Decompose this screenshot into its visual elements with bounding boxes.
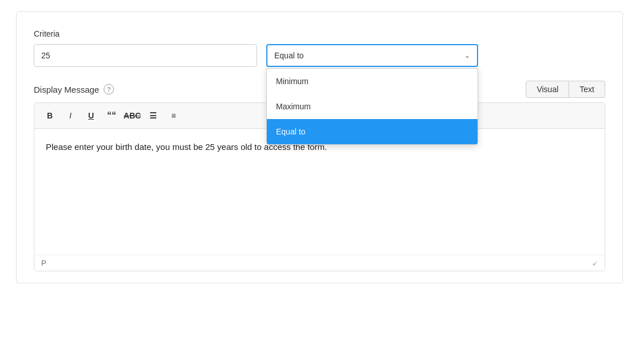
dropdown-item-equal-to[interactable]: Equal to <box>267 119 478 144</box>
criteria-input[interactable] <box>34 44 257 67</box>
criteria-label: Criteria <box>34 29 605 38</box>
text-view-button[interactable]: Text <box>569 81 605 98</box>
dropdown-menu: Minimum Maximum Equal to <box>266 68 478 145</box>
underline-button[interactable]: U <box>82 108 100 124</box>
display-message-label: Display Message <box>34 85 99 94</box>
dropdown-selected-text: Equal to <box>274 51 303 60</box>
italic-button[interactable]: I <box>62 108 79 124</box>
editor-paragraph-indicator: P <box>41 259 46 267</box>
ordered-list-button[interactable]: ≡ <box>165 108 182 124</box>
bold-button[interactable]: B <box>41 108 58 124</box>
resize-icon: ↙ <box>592 259 598 267</box>
view-buttons: Visual Text <box>526 81 605 98</box>
chevron-down-icon: ⌄ <box>464 52 470 60</box>
main-container: Criteria Equal to ⌄ Minimum Maximum Equa… <box>16 11 623 283</box>
editor-content[interactable]: Please enter your birth date, you must b… <box>34 129 605 255</box>
strikethrough-button[interactable]: ABC <box>124 108 141 124</box>
display-message-left: Display Message ? <box>34 84 114 94</box>
quote-button[interactable]: ““ <box>103 108 120 124</box>
dropdown-wrapper: Equal to ⌄ Minimum Maximum Equal to <box>266 44 478 67</box>
dropdown-item-maximum[interactable]: Maximum <box>267 94 478 119</box>
unordered-list-button[interactable]: ☰ <box>144 108 161 124</box>
dropdown-selected[interactable]: Equal to ⌄ <box>266 44 478 67</box>
criteria-row: Equal to ⌄ Minimum Maximum Equal to <box>34 44 605 67</box>
dropdown-item-minimum[interactable]: Minimum <box>267 69 478 94</box>
visual-view-button[interactable]: Visual <box>526 81 569 98</box>
editor-footer: P ↙ <box>34 255 605 271</box>
help-icon[interactable]: ? <box>104 84 114 94</box>
